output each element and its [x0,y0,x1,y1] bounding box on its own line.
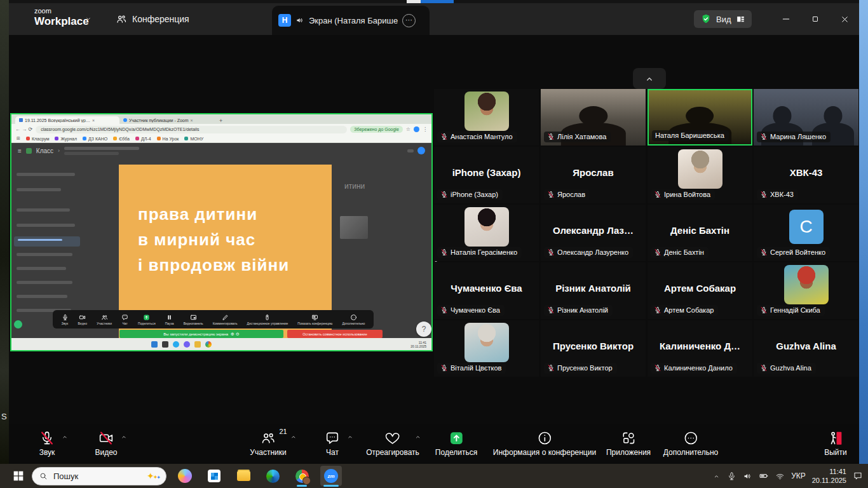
participant-display-name: Чумаченко Єва [434,283,539,294]
presenter-toolbar-Поделиться: Поделиться [138,314,156,325]
caret-up-icon[interactable] [346,433,355,441]
more-button[interactable]: Дополнительно [663,430,718,457]
taskbar-app-edge[interactable] [262,466,283,486]
participant-tile[interactable]: Лілія Хатамова [541,89,646,146]
desktop: { "titlebar": { "logo_top": "zoom", "log… [0,0,868,488]
muted-mic-icon [440,364,448,372]
participant-name-chip: Прусенко Виктор [544,363,617,374]
participant-name-chip: Калиниченко Данило [651,363,737,374]
chat-button[interactable]: Чат [325,430,341,457]
security-shield-icon [700,13,712,25]
notification-center-icon[interactable] [853,471,863,481]
tray-speaker-icon[interactable] [743,471,752,481]
participant-tile[interactable]: Різник АнатолійРізник Анатолій [541,262,646,319]
participant-name-chip: Різник Анатолій [544,305,613,316]
tab-more-icon[interactable]: ⋯ [402,14,416,27]
participant-tile[interactable]: Прусенко ВикторПрусенко Виктор [541,320,646,377]
presenter-toolbar-Участники: Участники [97,314,112,325]
clock[interactable]: 11:41 20.11.2025 [812,467,846,485]
participant-initial-avatar: C [789,210,824,244]
presenter-toolbar-Дополнительно: Дополнительно [342,314,365,325]
close-button[interactable] [835,11,854,27]
minimize-button[interactable] [776,11,796,27]
presenter-toolbar-Дистанционное управление: Дистанционное управление [247,314,288,325]
system-tray: УКР 11:41 20.11.2025 [712,464,863,488]
participant-name-chip: Віталій Цвєтков [437,363,506,374]
share-button[interactable]: Поделиться [435,430,477,457]
shared-url: classroom.google.com/c/Nzc1MDI5MjIyNDQx/… [41,127,199,132]
presenter-toolbar-Комментировать: Комментировать [213,314,238,325]
muted-mic-icon [440,306,448,314]
participant-tile[interactable]: Наталя Баришевська [648,89,752,146]
start-button[interactable] [8,466,29,485]
saved-to-google-badge: Збережено до Google [350,126,403,133]
participant-name-chip: ХВК-43 [757,189,798,200]
participant-name-chip: Геннадій Скиба [757,305,825,316]
windows-taskbar: Пошук ✦✦✦ zm УКР 11:41 20.11.2025 [0,464,868,488]
presenter-toolbar-Видеопанель: Видеопанель [184,314,203,325]
participant-display-name: Ярослав [541,167,646,178]
participant-name-chip: Олександр Лазуренко [544,247,633,258]
maximize-button[interactable] [806,11,825,27]
muted-mic-icon [760,133,768,140]
taskbar-app-copilot[interactable] [174,466,196,486]
participant-tile[interactable]: Артем СобакарАртем Собакар [648,262,752,319]
language-indicator[interactable]: УКР [791,471,806,480]
react-button[interactable]: Отреагировать [366,430,419,457]
muted-mic-icon [440,133,448,140]
tray-chevron-up-icon[interactable] [712,472,721,480]
participants-button[interactable]: 21Участники [250,430,286,457]
participant-tile[interactable]: Наталія Герасіменко [434,205,539,261]
participant-avatar [465,323,509,362]
desktop-icon-label: S [1,412,7,421]
leave-button[interactable]: Выйти [824,430,847,457]
tray-microphone-icon[interactable] [727,471,736,481]
apps-button[interactable]: Приложения [606,430,651,457]
caret-up-icon[interactable] [120,433,128,441]
participant-tile[interactable]: Марина Ляшенко [754,89,858,146]
participant-tile[interactable]: Чумаченко ЄваЧумаченко Єва [434,262,539,319]
participant-name-chip: Марина Ляшенко [757,132,831,142]
workspace-chevron-down-icon[interactable] [84,15,93,24]
info-button[interactable]: Информация о конференции [493,430,596,457]
bookmark-item: ДЗ КАНО [83,137,107,141]
taskbar-app-store[interactable] [203,466,225,486]
muted-mic-icon [654,364,661,372]
participant-name-chip: Сергей Войтенко [757,247,830,258]
participant-tile[interactable]: Guzhva AlinaGuzhva Alina [754,320,858,377]
tab-shared-screen[interactable]: H Экран (Наталя Баришевськ… ⋯ [272,6,430,35]
participant-tile[interactable]: Віталій Цвєтков [434,320,539,377]
caret-up-icon[interactable] [61,433,69,441]
participant-tile[interactable]: Геннадій Скиба [754,262,858,319]
taskbar-app-explorer[interactable] [233,466,254,486]
participant-tile[interactable]: ХВК-43ХВК-43 [754,147,858,203]
taskbar-app-chrome[interactable] [291,466,313,486]
participant-tile[interactable]: Олександр Лаз…Олександр Лазуренко [541,205,646,261]
participant-tile[interactable]: Ірина Войтова [648,147,752,203]
view-button[interactable]: Вид [694,10,752,28]
tray-wifi-icon[interactable] [775,471,785,481]
caret-up-icon[interactable] [414,433,423,441]
participant-tile[interactable]: CСергей Войтенко [754,205,858,261]
caret-up-icon[interactable] [289,433,297,441]
taskbar-app-zoom[interactable]: zm [320,466,342,486]
video-button[interactable]: Видео [95,430,117,457]
tab-conference[interactable]: Конференция [116,11,189,27]
participant-tile[interactable]: iPhone (Захар)iPhone (Захар) [434,147,539,203]
participant-tile[interactable]: Анастасія Мантуло [434,89,539,146]
participant-tile[interactable]: Калиниченко Д…Калиниченко Данило [648,320,752,377]
classroom-active-item [14,236,80,247]
audio-button[interactable]: Звук [39,430,55,457]
presenter-toolbar-Пауза: Пауза [165,314,174,325]
muted-mic-icon [654,306,661,314]
presenter-taskbar: 11:41 20.11.2025 [11,338,431,350]
bookmark-item: На Урок [157,137,179,141]
participant-display-name: iPhone (Захар) [434,167,539,178]
participant-tile[interactable]: ЯрославЯрослав [541,147,646,203]
tray-battery-icon[interactable] [759,471,769,481]
meeting-toolbar: ЗвукВидео21УчастникиЧатОтреагироватьПоде… [9,424,859,464]
screen-share-banner: Вы запустили демонстрацию экрана⊕ ⊖ [119,330,283,338]
gallery-collapse-button[interactable] [633,68,666,89]
participant-tile[interactable]: Деніс БахтінДеніс Бахтін [648,205,752,261]
search-input[interactable]: Пошук ✦✦✦ [32,467,166,485]
